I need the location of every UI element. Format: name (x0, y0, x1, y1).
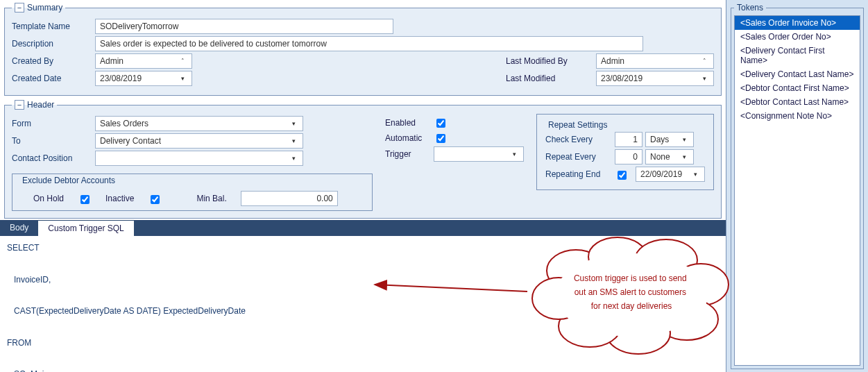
tab-body[interactable]: Body (0, 220, 38, 236)
check-every-label: Check Every (545, 135, 615, 144)
to-combo[interactable]: Delivery Contact▾ (95, 133, 303, 149)
enabled-checkbox[interactable] (436, 119, 445, 128)
automatic-label: Automatic (385, 133, 434, 143)
tokens-legend: Tokens (734, 3, 766, 12)
caret-down-icon: ▾ (690, 171, 700, 178)
inactive-checkbox[interactable] (151, 195, 160, 204)
check-every-unit-select[interactable]: Days▾ (645, 132, 694, 147)
last-modified-by-label: Last Modified By (506, 56, 596, 66)
last-modified-label: Last Modified (506, 74, 596, 83)
min-bal-label: Min Bal. (196, 194, 226, 203)
sql-editor[interactable]: SELECT InvoiceID, CAST(ExpectedDeliveryD… (0, 236, 726, 372)
repeating-end-label: Repeating End (545, 169, 615, 179)
template-name-input[interactable] (95, 19, 393, 34)
header-legend: − Header (12, 100, 57, 110)
created-by-combo[interactable]: Admin˄ (95, 53, 192, 69)
repeating-end-checkbox[interactable] (618, 171, 627, 180)
automatic-checkbox[interactable] (436, 134, 445, 143)
description-input[interactable] (95, 36, 643, 51)
caret-down-icon: ▾ (178, 75, 187, 82)
caret-down-icon: ▾ (289, 137, 298, 144)
caret-down-icon: ▾ (289, 155, 298, 162)
chevron-up-icon: ˄ (178, 58, 187, 65)
description-label: Description (12, 39, 95, 49)
tokens-group: Tokens <Sales Order Invoice No> <Sales O… (731, 3, 864, 369)
contact-position-combo[interactable]: ▾ (95, 151, 303, 166)
caret-down-icon: ▾ (699, 75, 709, 82)
form-label: Form (12, 119, 95, 128)
header-group: − Header Form Sales Orders▾ To Delivery … (4, 100, 722, 219)
created-by-label: Created By (12, 56, 95, 66)
repeating-end-date-picker[interactable]: 22/09/2019▾ (636, 167, 705, 182)
template-name-label: Template Name (12, 22, 95, 31)
contact-position-label: Contact Position (12, 153, 95, 163)
repeat-every-input[interactable] (615, 149, 643, 164)
check-every-input[interactable] (615, 132, 643, 147)
chevron-up-icon: ˄ (699, 58, 709, 65)
enabled-label: Enabled (385, 118, 434, 128)
on-hold-checkbox[interactable] (80, 195, 90, 204)
token-item[interactable]: <Delivery Contact Last Name> (735, 67, 860, 81)
repeat-every-label: Repeat Every (545, 152, 615, 162)
token-item[interactable]: <Debtor Contact Last Name> (735, 95, 860, 109)
on-hold-label: On Hold (33, 194, 64, 203)
to-label: To (12, 136, 95, 146)
trigger-combo[interactable]: ▾ (434, 146, 524, 162)
summary-group: − Summary Template Name Description Crea… (4, 3, 722, 96)
inactive-label: Inactive (105, 194, 134, 203)
last-modified-picker[interactable]: 23/08/2019▾ (596, 71, 714, 86)
caret-down-icon: ▾ (509, 151, 519, 158)
token-item[interactable]: <Debtor Contact First Name> (735, 81, 860, 95)
collapse-header-button[interactable]: − (15, 100, 24, 110)
form-combo[interactable]: Sales Orders▾ (95, 116, 303, 131)
created-date-picker[interactable]: 23/08/2019▾ (95, 71, 192, 86)
caret-down-icon: ▾ (679, 136, 689, 143)
repeat-settings-group: Repeat Settings Check Every Days▾ Repeat… (536, 114, 714, 190)
collapse-summary-button[interactable]: − (15, 3, 24, 12)
repeat-every-unit-select[interactable]: None▾ (645, 149, 694, 164)
token-item[interactable]: <Delivery Contact First Name> (735, 44, 860, 67)
token-item[interactable]: <Sales Order Invoice No> (735, 16, 860, 30)
caret-down-icon: ▾ (289, 120, 298, 127)
tabs-bar: Body Custom Trigger SQL (0, 220, 726, 236)
exclude-debtor-group: Exclude Debtor Accounts On Hold Inactive… (12, 174, 373, 211)
token-item[interactable]: <Sales Order Order No> (735, 30, 860, 44)
trigger-label: Trigger (385, 149, 434, 159)
last-modified-by-combo[interactable]: Admin˄ (596, 53, 714, 69)
tab-custom-trigger-sql[interactable]: Custom Trigger SQL (38, 220, 133, 236)
token-item[interactable]: <Consignment Note No> (735, 109, 860, 123)
caret-down-icon: ▾ (679, 153, 689, 160)
created-date-label: Created Date (12, 74, 95, 83)
tokens-listbox[interactable]: <Sales Order Invoice No> <Sales Order Or… (734, 15, 860, 366)
min-bal-input[interactable] (241, 191, 338, 206)
summary-legend: − Summary (12, 3, 65, 12)
